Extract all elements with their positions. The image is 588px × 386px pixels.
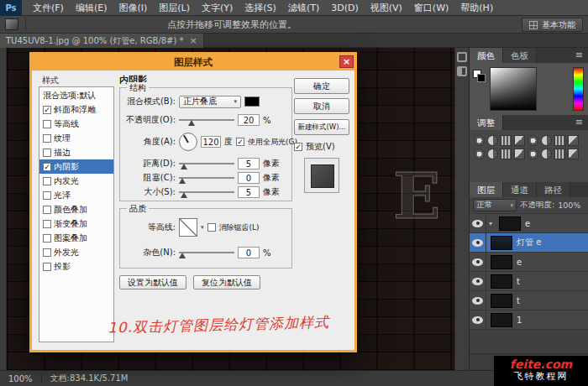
visibility-cell[interactable] — [470, 214, 486, 232]
checkbox-checked[interactable] — [43, 163, 51, 171]
opacity-input[interactable]: 20 — [238, 114, 260, 126]
noise-slider[interactable] — [179, 248, 234, 258]
checkbox[interactable] — [43, 234, 51, 243]
layer-row[interactable]: e — [470, 253, 588, 272]
style-item-bevel-emboss[interactable]: 斜面和浮雕 — [39, 102, 113, 117]
layer-row[interactable]: t — [470, 272, 588, 291]
adjustment-icon[interactable] — [501, 149, 512, 159]
checkbox[interactable] — [43, 191, 51, 200]
adjustment-icon[interactable] — [474, 135, 485, 146]
style-item-stroke[interactable]: 描边 — [39, 145, 113, 159]
anti-alias-checkbox[interactable] — [207, 223, 216, 232]
preview-checkbox[interactable] — [294, 143, 302, 151]
slider-thumb[interactable] — [179, 178, 186, 184]
menu-filter[interactable]: 滤镜(T) — [282, 0, 325, 16]
panel-menu-icon[interactable]: ≡ — [570, 115, 588, 130]
slider-thumb[interactable] — [179, 253, 186, 258]
adjustment-icon[interactable] — [514, 149, 525, 159]
tab-close-icon[interactable]: × — [190, 37, 197, 45]
slider-thumb[interactable] — [188, 120, 195, 126]
checkbox[interactable] — [43, 149, 51, 157]
adjustment-icon[interactable] — [487, 135, 498, 146]
style-item-drop-shadow[interactable]: 投影 — [39, 259, 113, 274]
style-item-color-overlay[interactable]: 颜色叠加 — [39, 202, 113, 216]
style-item-inner-shadow[interactable]: 内阴影 — [39, 159, 113, 174]
adjustment-icon[interactable] — [474, 149, 485, 159]
contour-dropdown-icon[interactable]: ▾ — [201, 224, 204, 231]
style-item-outer-glow[interactable]: 外发光 — [39, 245, 113, 259]
adjustment-icon[interactable] — [514, 135, 525, 146]
contour-picker[interactable] — [179, 218, 197, 237]
cancel-button[interactable]: 取消 — [294, 98, 349, 114]
size-slider[interactable] — [179, 187, 234, 197]
choke-slider[interactable] — [179, 173, 234, 183]
checkbox[interactable] — [43, 206, 51, 214]
menu-select[interactable]: 选择(S) — [239, 0, 282, 16]
adjustment-icon[interactable] — [541, 135, 552, 146]
adjustment-icon[interactable] — [554, 149, 565, 159]
tab-adjustments[interactable]: 调整 — [470, 115, 503, 130]
visibility-cell[interactable] — [470, 291, 486, 310]
chevron-down-icon[interactable]: ▾ — [486, 220, 495, 227]
make-default-button[interactable]: 设置为默认值 — [119, 275, 186, 290]
tool-preset-icon[interactable] — [5, 18, 18, 30]
collapsed-tools-strip[interactable] — [0, 48, 7, 370]
layer-row[interactable]: 1 — [470, 310, 588, 330]
style-item-contour[interactable]: 等高线 — [39, 117, 113, 131]
new-style-button[interactable]: 新建样式(W)... — [294, 119, 349, 135]
blend-mode-dropdown[interactable]: 正片叠底 — [179, 96, 241, 108]
visibility-cell[interactable] — [470, 310, 486, 329]
checkbox[interactable] — [43, 248, 51, 257]
collapse-panel-icon[interactable] — [457, 52, 467, 62]
angle-input[interactable]: 120 — [201, 136, 221, 148]
visibility-cell[interactable] — [470, 253, 486, 271]
visibility-cell[interactable] — [470, 272, 486, 290]
style-item-gradient-overlay[interactable]: 渐变叠加 — [39, 216, 113, 231]
menu-view[interactable]: 视图(V) — [365, 0, 408, 16]
menu-layer[interactable]: 图层(L) — [153, 0, 196, 16]
layer-opacity-value[interactable]: 100% — [558, 201, 580, 210]
dialog-close-icon[interactable]: × — [339, 55, 354, 68]
style-item-satin[interactable]: 光泽 — [39, 188, 113, 202]
adjustment-icon[interactable] — [487, 149, 498, 159]
noise-input[interactable]: 0 — [238, 247, 260, 258]
checkbox-checked[interactable] — [43, 106, 51, 114]
color-field[interactable] — [490, 67, 537, 111]
dialog-title-bar[interactable]: 图层样式 × — [32, 55, 354, 70]
angle-dial[interactable] — [179, 133, 197, 151]
collapse-panel-icon[interactable] — [457, 66, 467, 76]
blend-mode-select[interactable]: 正常 — [473, 199, 517, 211]
shadow-color-swatch[interactable] — [244, 96, 260, 107]
style-item-texture[interactable]: 纹理 — [39, 131, 113, 145]
choke-input[interactable]: 0 — [238, 172, 260, 184]
workspace-button[interactable]: 基本功能 — [522, 18, 583, 32]
menu-help[interactable]: 帮助(H) — [454, 0, 499, 16]
adjustment-icon[interactable] — [541, 149, 552, 159]
opacity-slider[interactable] — [179, 115, 234, 125]
reset-default-button[interactable]: 复位为默认值 — [193, 275, 260, 290]
visibility-cell[interactable] — [470, 233, 486, 252]
menu-type[interactable]: 文字(Y) — [196, 0, 239, 16]
photoshop-logo-icon[interactable]: Ps — [0, 0, 22, 16]
layer-row[interactable]: ▾ e — [470, 214, 588, 233]
tab-channels[interactable]: 通道 — [503, 182, 537, 197]
zoom-level[interactable]: 100% — [8, 374, 33, 383]
style-item-pattern-overlay[interactable]: 图案叠加 — [39, 231, 113, 245]
checkbox[interactable] — [43, 263, 51, 271]
panel-menu-icon[interactable]: ≡ — [570, 48, 588, 63]
use-global-light-checkbox[interactable] — [236, 138, 244, 146]
adjustment-icon[interactable] — [568, 149, 579, 159]
tab-swatches[interactable]: 色板 — [503, 48, 537, 63]
slider-thumb[interactable] — [181, 192, 187, 198]
distance-input[interactable]: 5 — [238, 158, 260, 170]
document-tab[interactable]: TU45UV8-1.jpg @ 100% (灯管e, RGB/8#) * × — [0, 34, 204, 48]
menu-file[interactable]: 文件(F) — [27, 0, 70, 16]
checkbox[interactable] — [43, 177, 51, 185]
ok-button[interactable]: 确定 — [294, 78, 349, 94]
adjustment-icon[interactable] — [568, 135, 579, 146]
menu-image[interactable]: 图像(I) — [113, 0, 153, 16]
layer-row[interactable]: t — [470, 291, 588, 310]
distance-slider[interactable] — [179, 159, 234, 169]
foreground-background-swatch-icon[interactable] — [473, 70, 486, 83]
checkbox[interactable] — [43, 120, 51, 128]
